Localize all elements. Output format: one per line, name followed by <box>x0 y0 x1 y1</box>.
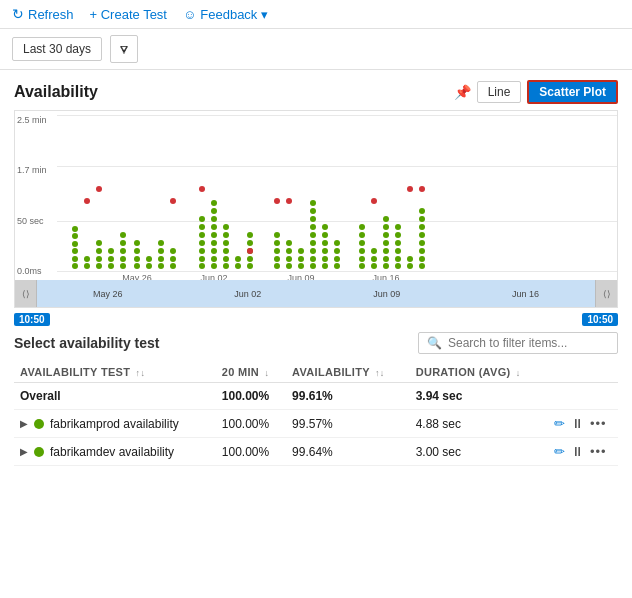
pause-icon-1[interactable]: ⏸ <box>571 416 584 431</box>
svg-point-124 <box>407 256 413 262</box>
more-icon-2[interactable]: ••• <box>590 444 607 459</box>
expand-button-1[interactable]: ▶ <box>20 418 28 429</box>
pause-icon-2[interactable]: ⏸ <box>571 444 584 459</box>
sort-arrow-2: ↓ <box>264 368 269 378</box>
svg-point-45 <box>211 256 217 262</box>
svg-point-78 <box>298 263 304 269</box>
svg-point-100 <box>359 263 365 269</box>
overall-20min: 100.00% <box>216 383 286 410</box>
svg-point-40 <box>199 232 205 238</box>
availability-table: AVAILABILITY TEST ↑↓ 20 MIN ↓ AVAILABILI… <box>14 362 618 466</box>
svg-point-65 <box>247 232 253 238</box>
svg-point-58 <box>223 224 229 230</box>
expand-button-2[interactable]: ▶ <box>20 446 28 457</box>
scrubber-handle-right[interactable]: ⟨⟩ <box>595 280 617 307</box>
overall-availability: 99.61% <box>286 383 410 410</box>
svg-point-12 <box>96 240 102 246</box>
svg-point-134 <box>419 186 425 192</box>
svg-point-14 <box>108 263 114 269</box>
svg-point-10 <box>96 256 102 262</box>
col-20min: 20 MIN ↓ <box>216 362 286 383</box>
svg-point-69 <box>274 248 280 254</box>
svg-point-122 <box>395 224 401 230</box>
svg-point-97 <box>334 256 340 262</box>
chart-container: 2.5 min 1.7 min 50 sec 0.0ms <box>14 110 618 328</box>
svg-point-49 <box>211 224 217 230</box>
svg-point-35 <box>170 198 176 204</box>
refresh-button[interactable]: ↻ Refresh <box>12 6 74 22</box>
svg-point-87 <box>310 216 316 222</box>
svg-point-68 <box>274 256 280 262</box>
svg-point-52 <box>211 200 217 206</box>
chart-y-labels: 2.5 min 1.7 min 50 sec 0.0ms <box>15 111 57 280</box>
svg-point-83 <box>310 248 316 254</box>
svg-point-132 <box>419 216 425 222</box>
svg-point-20 <box>120 240 126 246</box>
svg-point-108 <box>371 248 377 254</box>
svg-point-64 <box>247 240 253 246</box>
more-icon-1[interactable]: ••• <box>590 416 607 431</box>
table-row: ▶ fabrikamprod availability 100.00% 99.5… <box>14 410 618 438</box>
search-input[interactable] <box>448 336 609 350</box>
pin-icon[interactable]: 📌 <box>454 84 471 100</box>
svg-point-89 <box>310 200 316 206</box>
svg-point-75 <box>286 248 292 254</box>
feedback-button[interactable]: ☺ Feedback ▾ <box>183 7 268 22</box>
search-box: 🔍 <box>418 332 618 354</box>
svg-point-84 <box>310 240 316 246</box>
svg-point-107 <box>371 256 377 262</box>
svg-point-16 <box>108 248 114 254</box>
date-range-button[interactable]: Last 30 days <box>12 37 102 61</box>
svg-point-133 <box>419 208 425 214</box>
overall-actions <box>548 383 618 410</box>
svg-point-66 <box>247 248 253 254</box>
table-row-overall: Overall 100.00% 99.61% 3.94 sec <box>14 383 618 410</box>
svg-point-85 <box>310 232 316 238</box>
select-header-row: Select availability test 🔍 <box>14 332 618 354</box>
time-badges-row: 10:50 10:50 <box>14 308 618 328</box>
select-section: Select availability test 🔍 AVAILABILITY … <box>0 332 632 466</box>
y-label-1: 2.5 min <box>17 115 55 125</box>
svg-point-99 <box>334 240 340 246</box>
scrubber-handle-left[interactable]: ⟨⟩ <box>15 280 37 307</box>
svg-point-53 <box>223 263 229 269</box>
svg-point-54 <box>223 256 229 262</box>
svg-point-13 <box>96 186 102 192</box>
select-title: Select availability test <box>14 335 160 351</box>
edit-icon-2[interactable]: ✏ <box>554 444 565 459</box>
svg-point-47 <box>211 240 217 246</box>
svg-point-101 <box>359 256 365 262</box>
chart-area: 2.5 min 1.7 min 50 sec 0.0ms <box>14 110 618 280</box>
svg-point-110 <box>383 263 389 269</box>
svg-point-129 <box>419 240 425 246</box>
row2-availability: 99.64% <box>286 438 410 466</box>
filter-button[interactable]: ⛛ <box>110 35 138 63</box>
svg-point-31 <box>158 240 164 246</box>
row2-duration: 3.00 sec <box>410 438 548 466</box>
svg-point-39 <box>199 240 205 246</box>
svg-point-130 <box>419 232 425 238</box>
col-actions <box>548 362 618 383</box>
line-chart-button[interactable]: Line <box>477 81 522 103</box>
svg-point-82 <box>310 256 316 262</box>
edit-icon-1[interactable]: ✏ <box>554 416 565 431</box>
svg-point-1 <box>72 256 78 262</box>
svg-point-37 <box>199 256 205 262</box>
scatter-plot-button[interactable]: Scatter Plot <box>527 80 618 104</box>
svg-point-106 <box>371 263 377 269</box>
search-icon: 🔍 <box>427 336 442 350</box>
svg-point-131 <box>419 224 425 230</box>
svg-point-19 <box>120 248 126 254</box>
svg-point-116 <box>383 216 389 222</box>
col-test-name: AVAILABILITY TEST ↑↓ <box>14 362 216 383</box>
create-test-button[interactable]: + Create Test <box>90 7 167 22</box>
scrubber-bar: ⟨⟩ ⟨⟩ May 26 Jun 02 Jun 09 Jun 16 <box>14 280 618 308</box>
svg-point-123 <box>407 263 413 269</box>
svg-text:Jun 09: Jun 09 <box>287 273 314 280</box>
sort-arrow-1: ↑↓ <box>136 368 146 378</box>
svg-point-96 <box>334 263 340 269</box>
svg-point-30 <box>158 248 164 254</box>
row1-availability: 99.57% <box>286 410 410 438</box>
svg-point-22 <box>134 263 140 269</box>
svg-point-36 <box>199 263 205 269</box>
